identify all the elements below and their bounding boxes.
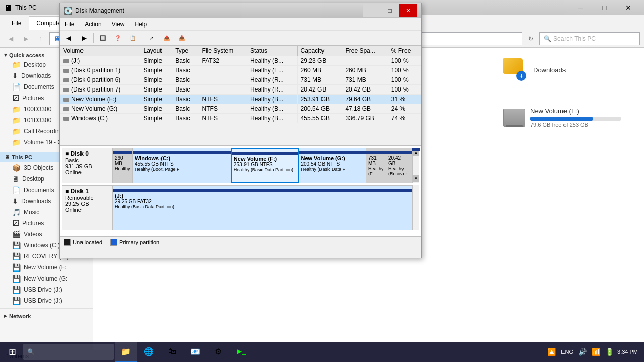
maximize-button[interactable]: □	[593, 0, 616, 15]
disk0-status: Online	[65, 169, 109, 175]
tray-volume-icon[interactable]: 🔊	[577, 348, 588, 356]
disk0-part2[interactable]: New Volume (F:) 253.91 GB NTFS Healthy (…	[231, 148, 299, 183]
disk0-part5[interactable]: 20.42 GB Healthy (Recover	[386, 148, 412, 183]
row-type: Basic	[172, 75, 199, 85]
dm-maximize-button[interactable]: □	[381, 4, 399, 17]
sidebar-item-usb-j[interactable]: 💾USB Drive (J:)	[0, 284, 93, 295]
dm-tool3[interactable]: 📋	[126, 32, 140, 44]
taskbar-app-store[interactable]: 🛍	[161, 342, 183, 362]
dm-table-row[interactable]: Windows (C:) Simple Basic NTFS Healthy (…	[60, 114, 421, 123]
dm-tool2[interactable]: ❓	[111, 32, 125, 44]
dm-table-row[interactable]: New Volume (G:) Simple Basic NTFS Health…	[60, 104, 421, 114]
label: Music	[24, 209, 39, 216]
dm-menu-help[interactable]: Help	[130, 19, 152, 29]
downloads-label: Downloads	[533, 66, 566, 74]
dm-table-row[interactable]: (Disk 0 partition 7) Simple Basic Health…	[60, 85, 421, 95]
dm-scrollbar[interactable]: ▲ ▼	[412, 148, 419, 183]
dm-tool5[interactable]: 📤	[159, 32, 174, 44]
dm-menu-action[interactable]: Action	[79, 19, 106, 29]
taskbar-clock[interactable]: 3:34 PM	[617, 349, 638, 355]
window-controls: ─ □ ✕	[569, 0, 640, 15]
dm-sep-1	[93, 33, 94, 43]
mail-icon: 📧	[190, 347, 200, 356]
refresh-button[interactable]: ↻	[524, 32, 537, 45]
tab-file[interactable]: File	[4, 16, 29, 30]
disk1-part0[interactable]: (J:) 29.25 GB FAT32 Healthy (Basic Data …	[113, 186, 412, 230]
row-capacity: 253.91 GB	[297, 95, 342, 104]
row-status: Healthy (E...	[247, 66, 298, 75]
row-fs: NTFS	[199, 95, 247, 104]
taskbar-app-mail[interactable]: 📧	[184, 342, 206, 362]
dm-forward-tool[interactable]: ▶	[77, 32, 91, 44]
sidebar-item-new-volume-g[interactable]: 💾New Volume (G:	[0, 273, 93, 284]
tray-arrow-icon[interactable]: 🔼	[546, 348, 557, 356]
sidebar-item-usb-j2[interactable]: 💾USB Drive (J:)	[0, 295, 93, 306]
dm-minimize-button[interactable]: ─	[363, 4, 381, 17]
disk0-part4[interactable]: 731 MB Healthy (F	[366, 148, 386, 183]
dm-table-row[interactable]: (J:) Simple Basic FAT32 Healthy (B... 29…	[60, 56, 421, 66]
label: 100D3300	[24, 106, 51, 113]
label: USB Drive (J:)	[24, 297, 62, 304]
document-icon: 📄	[12, 83, 21, 91]
drive-icon: 💾	[12, 252, 21, 260]
dm-scroll-area[interactable]: ■ Disk 0 Basic 931.39 GB Online 260 MB H…	[60, 146, 421, 258]
row-capacity: 260 MB	[297, 66, 342, 75]
usb-icon: 💾	[12, 286, 21, 294]
minimize-button[interactable]: ─	[569, 0, 592, 15]
taskbar-app-cmd[interactable]: ▶_	[230, 342, 253, 362]
part4-size: 731 MB	[368, 155, 384, 166]
dm-table-row[interactable]: New Volume (F:) Simple Basic NTFS Health…	[60, 95, 421, 104]
tray-lang-icon[interactable]: ENG	[559, 349, 575, 355]
up-button[interactable]: ↑	[34, 32, 47, 45]
dm-table-container[interactable]: Volume Layout Type File System Status Ca…	[60, 45, 421, 146]
dm-back-tool[interactable]: ◀	[62, 32, 76, 44]
thispc-icon: 🖥	[4, 154, 10, 160]
disk0-part3[interactable]: New Volume (G:) 200.54 GB NTFS Healthy (…	[299, 148, 366, 183]
forward-button[interactable]: ▶	[19, 32, 32, 45]
label: Pictures	[22, 95, 44, 102]
tray-battery-icon[interactable]: 🔋	[604, 348, 615, 356]
label: New Volume (G:	[24, 275, 67, 282]
taskbar-app-browser[interactable]: 🌐	[138, 342, 160, 362]
dm-close-button[interactable]: ✕	[399, 4, 417, 17]
dm-sep-2	[142, 33, 142, 43]
dm-table-row[interactable]: (Disk 0 partition 6) Simple Basic Health…	[60, 75, 421, 85]
tray-network-icon[interactable]: 📶	[590, 348, 602, 356]
disk0-part1[interactable]: Windows (C:) 455.55 GB NTFS Healthy (Boo…	[133, 148, 231, 183]
dm-tool1[interactable]: 🔲	[96, 32, 110, 44]
row-type: Basic	[172, 66, 199, 75]
scroll-down[interactable]: ▼	[413, 175, 419, 182]
row-capacity: 731 MB	[297, 75, 342, 85]
dm-menu-view[interactable]: View	[107, 19, 130, 29]
part2-status: Healthy (Basic Data Partition)	[234, 167, 297, 172]
search-box[interactable]: 🔍 Search This PC	[539, 32, 640, 45]
chevron-right-icon: ▸	[4, 313, 7, 319]
row-status: Healthy (B...	[247, 104, 298, 114]
sidebar-section-network[interactable]: ▸ Network	[0, 311, 93, 320]
taskbar-app-settings[interactable]: ⚙	[207, 342, 229, 362]
row-pct: 100 %	[388, 56, 421, 66]
dm-table-row[interactable]: (Disk 0 partition 1) Simple Basic Health…	[60, 66, 421, 75]
dl-icon: ⬇	[12, 197, 18, 205]
disk0-part0[interactable]: 260 MB Healthy	[113, 148, 133, 183]
dm-menubar: File Action View Help	[60, 18, 421, 31]
close-button[interactable]: ✕	[617, 0, 640, 15]
dm-tool6[interactable]: 📥	[175, 32, 189, 44]
part5-size: 20.42 GB	[388, 155, 410, 166]
back-button[interactable]: ◀	[4, 32, 17, 45]
row-type: Basic	[172, 85, 199, 95]
disk1-type: Removable	[65, 195, 109, 201]
folder-icon: 📁	[12, 105, 21, 113]
label: Documents	[24, 83, 54, 90]
start-button[interactable]: ⊞	[2, 342, 22, 362]
taskbar-search[interactable]: 🔍	[23, 344, 114, 360]
row-volume: (Disk 0 partition 1)	[60, 66, 140, 75]
sidebar-item-new-volume-f[interactable]: 💾New Volume (F:	[0, 262, 93, 273]
taskbar-app-explorer[interactable]: 📁	[115, 342, 137, 362]
label: 3D Objects	[24, 164, 53, 171]
dm-menu-file[interactable]: File	[60, 19, 79, 29]
disk1-status: Online	[65, 207, 109, 213]
pictures-icon: 🖼	[12, 94, 19, 102]
dm-tool4[interactable]: ↗	[144, 32, 158, 44]
video-icon: 🎬	[12, 230, 21, 238]
